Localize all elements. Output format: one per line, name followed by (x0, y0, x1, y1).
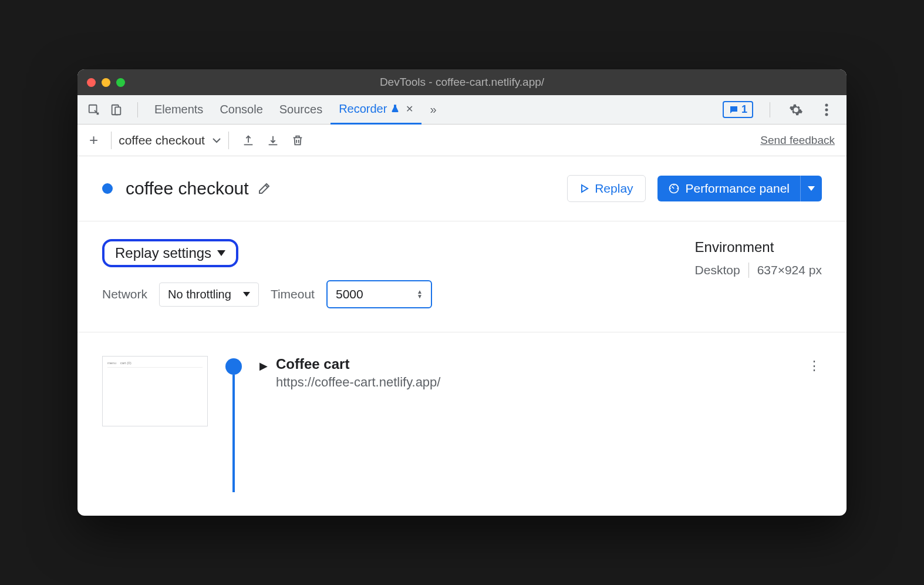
play-icon (579, 184, 589, 193)
gauge-icon (668, 183, 680, 194)
message-icon (729, 105, 739, 115)
tab-sources[interactable]: Sources (271, 95, 331, 125)
devtools-tabbar: Elements Console Sources Recorder ✕ » 1 (77, 95, 847, 125)
tab-elements[interactable]: Elements (146, 95, 211, 125)
flask-icon (390, 104, 400, 113)
export-button[interactable] (242, 134, 255, 147)
close-tab-icon[interactable]: ✕ (406, 103, 413, 115)
svg-point-5 (825, 113, 828, 116)
chevron-down-icon (212, 137, 221, 143)
recording-title: coffee checkout (126, 179, 249, 199)
env-viewport: 637×924 px (757, 263, 822, 277)
number-stepper[interactable]: ▲ ▼ (417, 290, 423, 299)
environment-label: Environment (695, 239, 822, 255)
send-feedback-link[interactable]: Send feedback (760, 134, 835, 147)
performance-panel-button[interactable]: Performance panel (657, 176, 800, 201)
step-title: Coffee cart (276, 356, 440, 372)
recording-status-dot (102, 183, 113, 194)
svg-rect-2 (115, 107, 120, 115)
more-tabs-button[interactable]: » (421, 95, 444, 125)
step-url: https://coffee-cart.netlify.app/ (276, 375, 440, 390)
caret-down-icon (808, 186, 815, 191)
device-toggle-icon[interactable] (107, 100, 126, 119)
expand-step-button[interactable]: ▶ (259, 359, 268, 372)
environment-panel: Environment Desktop 637×924 px (695, 239, 822, 308)
divider (748, 263, 749, 278)
settings-icon[interactable] (787, 100, 805, 119)
replay-button[interactable]: Replay (567, 175, 645, 202)
svg-point-4 (825, 108, 828, 111)
step-more-button[interactable]: ⋮ (808, 358, 822, 374)
caret-down-icon (217, 250, 225, 256)
import-button[interactable] (267, 134, 279, 147)
network-throttling-select[interactable]: No throttling (159, 283, 259, 307)
close-window-button[interactable] (87, 78, 96, 87)
recording-header: coffee checkout Replay Performance panel (77, 156, 847, 221)
steps-section: menu cart (0) ▶ Coffee cart https://coff… (77, 332, 847, 426)
step-thumbnail: menu cart (0) (102, 356, 208, 426)
delete-button[interactable] (291, 134, 304, 147)
divider (111, 132, 112, 149)
timeout-label: Timeout (271, 287, 315, 301)
tab-recorder[interactable]: Recorder ✕ (331, 95, 421, 125)
issues-count: 1 (741, 103, 747, 116)
titlebar: DevTools - coffee-cart.netlify.app/ (77, 69, 847, 95)
new-recording-button[interactable]: + (89, 131, 98, 149)
caret-down-icon (243, 292, 250, 297)
edit-title-button[interactable] (257, 181, 271, 196)
replay-label: Replay (595, 181, 633, 196)
step-down-icon[interactable]: ▼ (417, 294, 423, 299)
timeline-marker (225, 358, 242, 375)
divider (228, 132, 229, 149)
more-options-icon[interactable] (817, 100, 836, 119)
divider (770, 102, 770, 117)
env-device: Desktop (695, 263, 740, 277)
maximize-window-button[interactable] (116, 78, 125, 87)
divider (137, 102, 138, 117)
network-value: No throttling (168, 288, 231, 301)
issues-badge[interactable]: 1 (723, 101, 753, 118)
recorder-toolbar: + coffee checkout Send feedback (77, 125, 847, 156)
traffic-lights (87, 78, 125, 87)
inspect-icon[interactable] (85, 100, 103, 119)
tab-console[interactable]: Console (211, 95, 271, 125)
replay-settings-toggle[interactable]: Replay settings (102, 239, 238, 267)
timeout-value: 5000 (336, 287, 363, 301)
minimize-window-button[interactable] (102, 78, 110, 87)
settings-section: Replay settings Network No throttling Ti… (77, 221, 847, 332)
replay-settings-label: Replay settings (115, 245, 211, 261)
timeout-input[interactable]: 5000 ▲ ▼ (326, 280, 432, 308)
performance-dropdown[interactable] (800, 176, 822, 201)
devtools-window: DevTools - coffee-cart.netlify.app/ Elem… (77, 69, 847, 516)
recording-name: coffee checkout (119, 133, 205, 147)
network-label: Network (102, 287, 147, 301)
tab-recorder-label: Recorder (339, 102, 387, 116)
performance-label: Performance panel (686, 181, 790, 196)
recording-selector[interactable]: coffee checkout (119, 133, 221, 147)
svg-point-3 (825, 103, 828, 106)
window-title: DevTools - coffee-cart.netlify.app/ (380, 76, 544, 89)
